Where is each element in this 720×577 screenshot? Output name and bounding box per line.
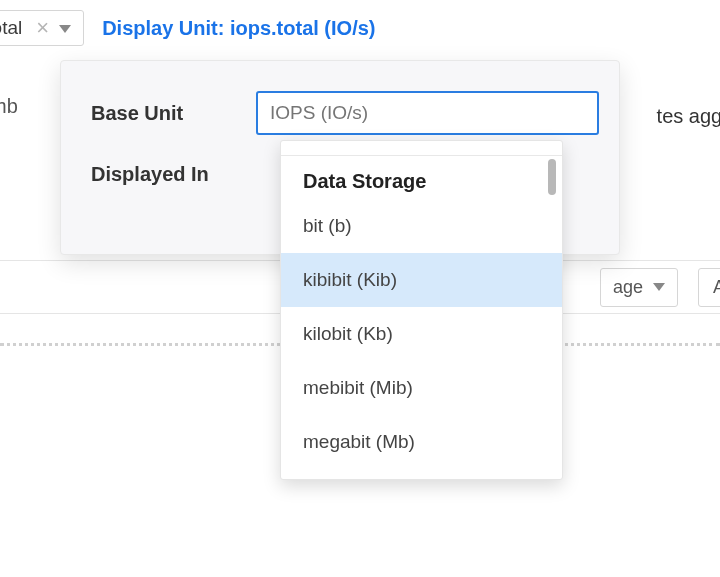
dropdown-item[interactable]: megabit (Mb) <box>281 415 562 469</box>
unit-dropdown: Data Storage bit (b)kibibit (Kib)kilobit… <box>280 140 563 480</box>
chevron-down-icon[interactable] <box>55 19 75 37</box>
dropdown-group-header: Data Storage <box>281 155 562 199</box>
displayed-in-label: Displayed In <box>91 163 256 186</box>
aggregation-select[interactable]: age <box>600 268 678 307</box>
base-unit-label: Base Unit <box>91 102 256 125</box>
aggregation-select-label: age <box>613 277 643 298</box>
apply-button-label: Ap <box>713 277 720 297</box>
close-icon[interactable]: × <box>30 17 55 39</box>
apply-button[interactable]: Ap <box>698 268 720 307</box>
metric-chip-text: ps.total <box>0 17 30 39</box>
metric-chip[interactable]: ps.total × <box>0 10 84 46</box>
background-text-left: Dashb <box>0 95 18 118</box>
background-text-right: tes aggre <box>657 105 720 128</box>
display-unit-link[interactable]: Display Unit: iops.total (IO/s) <box>102 17 375 40</box>
dropdown-item[interactable]: mebibit (Mib) <box>281 361 562 415</box>
base-unit-row: Base Unit <box>91 91 599 135</box>
dropdown-item[interactable]: bit (b) <box>281 199 562 253</box>
dropdown-item[interactable]: kilobit (Kb) <box>281 307 562 361</box>
chevron-down-icon <box>653 283 665 291</box>
top-bar: ps.total × Display Unit: iops.total (IO/… <box>0 0 720 56</box>
scrollbar-thumb[interactable] <box>548 159 556 195</box>
base-unit-input[interactable] <box>256 91 599 135</box>
dropdown-item[interactable]: kibibit (Kib) <box>281 253 562 307</box>
